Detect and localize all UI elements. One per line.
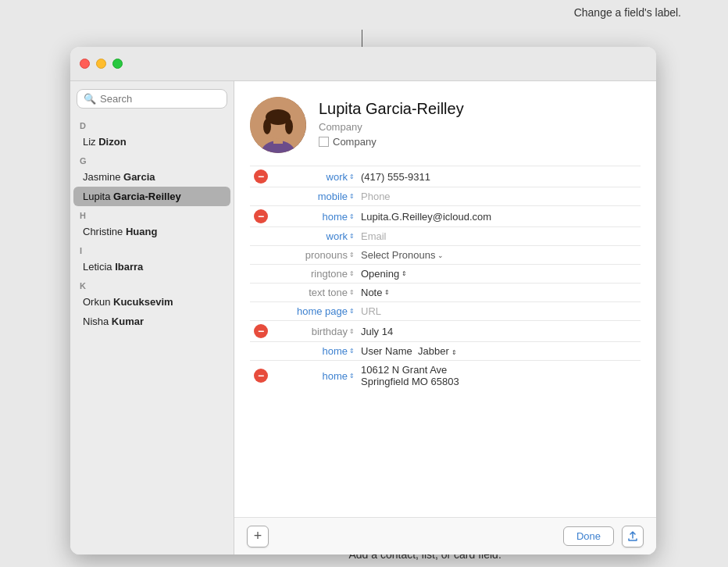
field-label-text: text tone <box>309 287 348 298</box>
company-checkbox-row: Company <box>319 136 641 148</box>
contact-first-name: Nisha <box>83 316 112 327</box>
maximize-button[interactable] <box>112 59 123 69</box>
contacts-window: 🔍 DLiz DizonGJasmine GarciaLupita Garcia… <box>70 47 656 555</box>
contact-header: Lupita Garcia-Reilley Company Company <box>250 97 641 153</box>
field-label-text: mobile <box>318 191 348 202</box>
chevron-updown-icon: ⇕ <box>349 373 355 380</box>
share-button[interactable] <box>622 526 644 547</box>
company-checkbox-label: Company <box>333 136 376 148</box>
main-content: 🔍 DLiz DizonGJasmine GarciaLupita Garcia… <box>70 81 656 555</box>
field-label[interactable]: work ⇕ <box>327 230 355 242</box>
picker-value[interactable]: Note ⇕ <box>361 287 390 298</box>
chevron-updown-icon: ⇕ <box>349 213 355 220</box>
svg-point-5 <box>263 119 271 134</box>
remove-field-button[interactable]: − <box>254 324 268 338</box>
field-label[interactable]: home ⇕ <box>322 345 355 357</box>
table-row: −home ⇕10612 N Grant Ave Springfield MO … <box>250 361 641 391</box>
field-value[interactable]: Note ⇕ <box>358 284 641 302</box>
section-label-i: I <box>70 241 234 257</box>
remove-field-button[interactable]: − <box>254 209 268 223</box>
chevron-updown-icon: ⇕ <box>349 289 355 296</box>
contact-item[interactable]: Nisha Kumar <box>73 312 230 331</box>
field-label-text: birthday <box>312 326 348 337</box>
contact-last-name: Garcia <box>123 171 155 183</box>
table-row: −birthday ⇕July 14 <box>250 321 641 342</box>
field-value[interactable]: Email <box>358 227 641 246</box>
field-value[interactable]: Lupita.G.Reilley@icloud.com <box>358 206 641 227</box>
contact-item[interactable]: Lupita Garcia-Reilley <box>73 187 230 206</box>
close-button[interactable] <box>80 59 90 69</box>
field-label-text: home <box>322 211 348 223</box>
contact-full-name: Lupita Garcia-Reilley <box>319 100 641 118</box>
contact-item[interactable]: Christine Huang <box>73 222 230 241</box>
search-input[interactable] <box>100 93 220 105</box>
field-value[interactable]: User Name Jabber ⇕ <box>358 342 641 361</box>
avatar <box>250 97 306 153</box>
field-label[interactable]: birthday ⇕ <box>312 326 355 337</box>
chevron-updown-icon: ⇕ <box>349 308 355 315</box>
field-label[interactable]: home ⇕ <box>322 211 355 223</box>
field-label[interactable]: home ⇕ <box>322 370 355 382</box>
contact-first-name: Christine <box>83 226 126 237</box>
table-row: home ⇕User Name Jabber ⇕ <box>250 342 641 361</box>
svg-point-6 <box>285 119 293 134</box>
remove-field-button[interactable]: − <box>254 169 268 184</box>
pronouns-select[interactable]: Select Pronouns ⌄ <box>361 249 444 261</box>
remove-field-button[interactable]: − <box>254 369 268 383</box>
table-row: ringtone ⇕Opening ⇕ <box>250 265 641 284</box>
field-value[interactable]: 10612 N Grant Ave Springfield MO 65803 <box>358 361 641 391</box>
contact-last-name: Garcia-Reilley <box>113 191 181 202</box>
company-placeholder: Company <box>319 121 641 133</box>
field-label-text: home <box>322 370 348 382</box>
field-value[interactable]: Select Pronouns ⌄ <box>358 246 641 265</box>
field-label[interactable]: ringtone ⇕ <box>311 268 355 280</box>
picker-value[interactable]: Opening ⇕ <box>361 268 407 280</box>
minimize-button[interactable] <box>96 59 106 69</box>
field-label[interactable]: pronouns ⇕ <box>305 249 355 261</box>
chevron-updown-icon: ⇕ <box>349 173 355 180</box>
field-value[interactable]: URL <box>358 302 641 321</box>
jabber-picker[interactable]: Jabber ⇕ <box>418 345 457 357</box>
chevron-updown-icon: ⇕ <box>349 251 355 259</box>
contact-first-name: Liz <box>83 136 98 148</box>
section-label-h: H <box>70 206 234 222</box>
add-field-button[interactable]: + <box>247 526 269 547</box>
chevron-updown-icon: ⇕ <box>349 270 355 277</box>
detail-panel: Lupita Garcia-Reilley Company Company −w… <box>234 81 656 555</box>
contact-last-name: Huang <box>126 226 157 237</box>
contact-item[interactable]: Liz Dizon <box>73 132 230 152</box>
chevron-down-icon: ⌄ <box>437 251 444 259</box>
annotation-top-text: Change a field's label. <box>574 6 681 19</box>
field-value[interactable]: July 14 <box>358 321 641 342</box>
company-checkbox[interactable] <box>319 137 329 147</box>
field-label-text: pronouns <box>305 249 348 261</box>
field-value[interactable]: Opening ⇕ <box>358 265 641 284</box>
field-label[interactable]: mobile ⇕ <box>318 191 355 202</box>
table-row: −home ⇕Lupita.G.Reilley@icloud.com <box>250 206 641 227</box>
search-bar[interactable]: 🔍 <box>77 89 227 109</box>
table-row: pronouns ⇕Select Pronouns ⌄ <box>250 246 641 265</box>
chevron-updown-icon: ⇕ <box>384 289 390 296</box>
contact-item[interactable]: Leticia Ibarra <box>73 257 230 276</box>
sidebar-contacts: DLiz DizonGJasmine GarciaLupita Garcia-R… <box>70 116 234 331</box>
contact-first-name: Leticia <box>83 261 115 273</box>
field-label-text: home <box>322 345 348 357</box>
field-label[interactable]: work ⇕ <box>327 171 355 183</box>
detail-toolbar: + Done <box>234 517 656 555</box>
chevron-updown-icon: ⇕ <box>349 328 355 335</box>
field-value[interactable]: (417) 555-9311 <box>358 166 641 187</box>
table-row: home page ⇕URL <box>250 302 641 321</box>
field-label-text: work <box>327 230 348 242</box>
contact-first-name: Jasmine <box>83 171 123 183</box>
field-value[interactable]: Phone <box>358 187 641 206</box>
done-button[interactable]: Done <box>563 526 614 546</box>
search-icon: 🔍 <box>84 93 96 105</box>
contact-first-name: Lupita <box>83 191 113 202</box>
contact-item[interactable]: Orkun Kucuksevim <box>73 292 230 312</box>
table-row: work ⇕Email <box>250 227 641 246</box>
field-label[interactable]: home page ⇕ <box>297 305 355 317</box>
titlebar <box>70 47 656 81</box>
chevron-updown-icon: ⇕ <box>349 348 355 355</box>
field-label[interactable]: text tone ⇕ <box>309 287 355 298</box>
contact-item[interactable]: Jasmine Garcia <box>73 167 230 187</box>
